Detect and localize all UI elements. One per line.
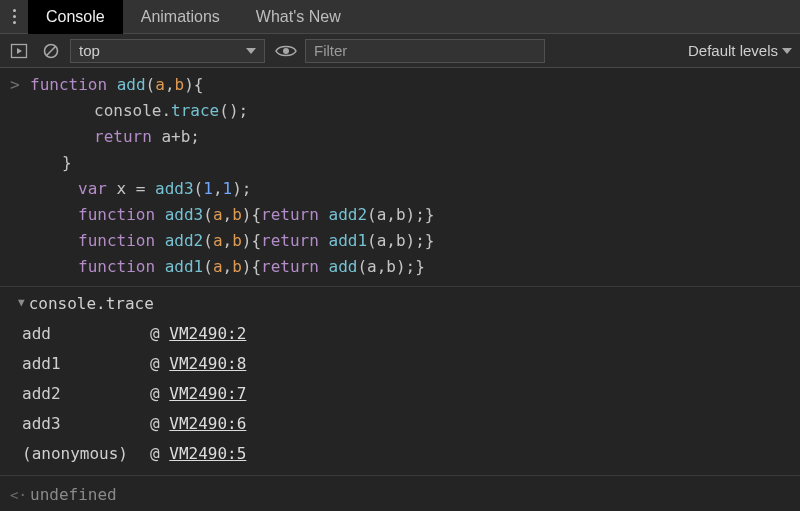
token-id: b <box>386 257 396 276</box>
code-line: function add(a,b){ <box>30 72 794 98</box>
filter-input[interactable] <box>305 39 545 63</box>
code-line: } <box>30 150 794 176</box>
token-par: a <box>213 231 223 250</box>
token-id: x <box>117 179 136 198</box>
log-levels-selector[interactable]: Default levels <box>688 42 794 59</box>
token-brk: , <box>223 257 233 276</box>
trace-table: add@ VM2490:2add1@ VM2490:8add2@ VM2490:… <box>22 319 794 469</box>
trace-source-link[interactable]: VM2490:8 <box>169 354 246 373</box>
devtools-tab-bar: Console Animations What's New <box>0 0 800 34</box>
context-selector[interactable]: top <box>70 39 265 63</box>
token-kw: function <box>78 231 165 250</box>
trace-fn-name: add <box>22 319 150 349</box>
token-id: console <box>94 101 161 120</box>
console-input-echo: > function add(a,b){console.trace();retu… <box>0 68 800 287</box>
svg-line-3 <box>46 46 55 55</box>
svg-point-5 <box>283 48 289 54</box>
clear-console-icon[interactable] <box>38 38 64 64</box>
trace-location: @ VM2490:8 <box>150 349 246 379</box>
trace-location: @ VM2490:2 <box>150 319 246 349</box>
token-id: b <box>181 127 191 146</box>
tab-label: Console <box>46 8 105 26</box>
trace-heading[interactable]: ▼ console.trace <box>18 289 794 319</box>
token-brk: );} <box>406 231 435 250</box>
trace-fn-name: (anonymous) <box>22 439 150 469</box>
trace-row: (anonymous)@ VM2490:5 <box>22 439 794 469</box>
kebab-menu-icon[interactable] <box>0 0 28 34</box>
token-kw: var <box>78 179 117 198</box>
trace-fn-name: add2 <box>22 379 150 409</box>
token-op: = <box>136 179 155 198</box>
trace-location: @ VM2490:6 <box>150 409 246 439</box>
token-kw: function <box>78 205 165 224</box>
token-brk: ){ <box>184 75 203 94</box>
code-line: return a+b; <box>30 124 794 150</box>
tab-animations[interactable]: Animations <box>123 0 238 34</box>
token-brk: , <box>377 257 387 276</box>
token-brk: ( <box>367 205 377 224</box>
token-kw: return <box>94 127 161 146</box>
token-brk: ( <box>203 231 213 250</box>
code-line: console.trace(); <box>30 98 794 124</box>
trace-location: @ VM2490:5 <box>150 439 246 469</box>
trace-row: add3@ VM2490:6 <box>22 409 794 439</box>
token-brk: ( <box>203 205 213 224</box>
execute-icon[interactable] <box>6 38 32 64</box>
token-id: b <box>396 205 406 224</box>
token-op: + <box>171 127 181 146</box>
trace-source-link[interactable]: VM2490:5 <box>169 444 246 463</box>
token-fn: add3 <box>155 179 194 198</box>
token-brk: ( <box>367 231 377 250</box>
token-num: 1 <box>203 179 213 198</box>
token-brk: ){ <box>242 205 261 224</box>
disclosure-triangle-icon: ▼ <box>18 288 25 318</box>
svg-marker-1 <box>17 48 22 54</box>
trace-row: add2@ VM2490:7 <box>22 379 794 409</box>
token-brk: , <box>213 179 223 198</box>
tab-console[interactable]: Console <box>28 0 123 34</box>
token-kw: return <box>261 231 328 250</box>
tab-whats-new[interactable]: What's New <box>238 0 359 34</box>
token-id: a <box>367 257 377 276</box>
live-expression-icon[interactable] <box>273 38 299 64</box>
console-trace-block: ▼ console.trace add@ VM2490:2add1@ VM249… <box>0 287 800 476</box>
token-par: b <box>232 205 242 224</box>
token-kw: function <box>78 257 165 276</box>
token-kw: return <box>261 257 328 276</box>
token-brk: } <box>62 153 72 172</box>
token-fn: add1 <box>329 231 368 250</box>
token-par: b <box>232 257 242 276</box>
token-brk: ){ <box>242 231 261 250</box>
token-id: a <box>161 127 171 146</box>
token-brk: ( <box>203 257 213 276</box>
token-brk: , <box>223 231 233 250</box>
token-brk: ; <box>190 127 200 146</box>
trace-row: add1@ VM2490:8 <box>22 349 794 379</box>
token-brk: (); <box>219 101 248 120</box>
token-fn: add <box>117 75 146 94</box>
trace-source-link[interactable]: VM2490:2 <box>169 324 246 343</box>
token-id: a <box>377 205 387 224</box>
token-brk: , <box>165 75 175 94</box>
token-brk: ( <box>146 75 156 94</box>
trace-source-link[interactable]: VM2490:6 <box>169 414 246 433</box>
code-line: function add2(a,b){return add1(a,b);} <box>30 228 794 254</box>
token-brk: );} <box>406 205 435 224</box>
token-brk: ){ <box>242 257 261 276</box>
token-par: a <box>213 257 223 276</box>
token-brk: , <box>223 205 233 224</box>
trace-source-link[interactable]: VM2490:7 <box>169 384 246 403</box>
token-brk: );} <box>396 257 425 276</box>
chevron-down-icon <box>782 46 792 56</box>
context-selector-value: top <box>79 42 100 59</box>
trace-fn-name: add1 <box>22 349 150 379</box>
tab-label: Animations <box>141 8 220 26</box>
token-fn: add2 <box>165 231 204 250</box>
tab-label: What's New <box>256 8 341 26</box>
token-fn: add1 <box>165 257 204 276</box>
code-line: function add1(a,b){return add(a,b);} <box>30 254 794 280</box>
token-brk: ); <box>232 179 251 198</box>
token-kw: return <box>261 205 328 224</box>
code-line: function add3(a,b){return add2(a,b);} <box>30 202 794 228</box>
token-par: b <box>232 231 242 250</box>
